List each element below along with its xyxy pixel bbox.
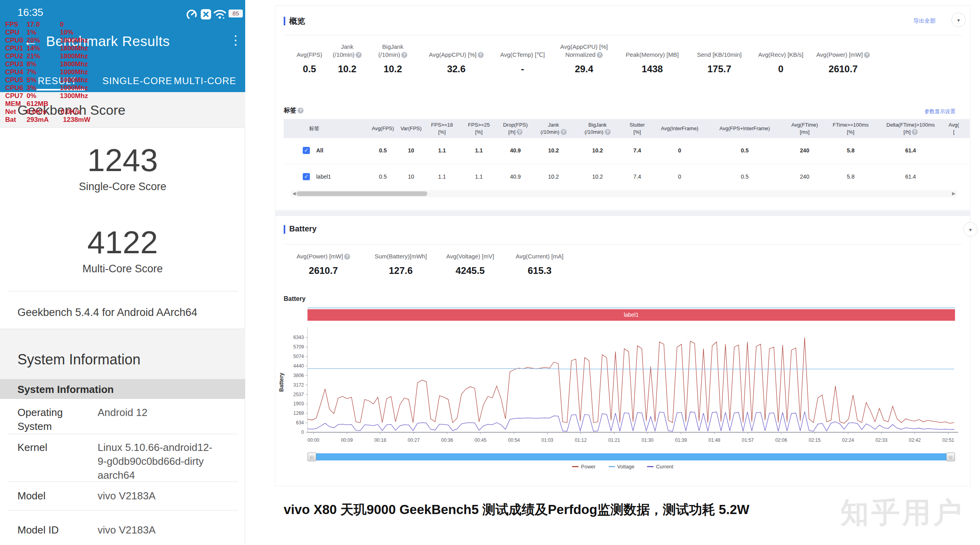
wifi-icon bbox=[213, 9, 226, 20]
battery-title: Battery bbox=[289, 224, 317, 233]
chart-range-slider[interactable]: ||| ||| bbox=[307, 453, 955, 461]
table-header-cell: FPS>=25[%] bbox=[468, 121, 490, 136]
table-cell: 10.2 bbox=[592, 147, 603, 154]
table-cell: 1.1 bbox=[475, 147, 482, 154]
slider-track[interactable] bbox=[311, 453, 951, 460]
help-icon[interactable]: ? bbox=[402, 52, 407, 58]
perf-overlay-line: CPU221%1800Mhz bbox=[5, 52, 90, 60]
perf-overlay-line: CPU70%1300Mhz bbox=[5, 92, 90, 100]
svg-text:01:48: 01:48 bbox=[709, 437, 721, 443]
scroll-right-icon[interactable]: ▶ bbox=[952, 191, 955, 196]
svg-text:01:39: 01:39 bbox=[675, 437, 687, 443]
table-header-cell: Var(FPS) bbox=[400, 121, 421, 132]
slider-left-handle[interactable]: ||| bbox=[307, 453, 316, 461]
help-icon[interactable]: ? bbox=[605, 129, 611, 135]
no-sim-icon bbox=[200, 9, 211, 20]
legend-current[interactable]: Current bbox=[647, 464, 673, 470]
divider bbox=[284, 35, 962, 35]
table-cell: 10 bbox=[408, 147, 414, 154]
svg-text:00:36: 00:36 bbox=[441, 437, 453, 443]
model-id-value: vivo V2183A bbox=[98, 523, 240, 537]
legend-voltage[interactable]: Voltage bbox=[609, 464, 634, 470]
kernel-label: Kernel bbox=[17, 441, 97, 454]
tab-single-core[interactable]: SINGLE-CORE bbox=[102, 75, 172, 87]
svg-text:02:06: 02:06 bbox=[775, 437, 787, 443]
overview-stat: Send [KB/10min]175.7 bbox=[697, 43, 742, 75]
overview-title: 概览 bbox=[289, 16, 305, 27]
help-icon[interactable]: ? bbox=[298, 108, 304, 114]
help-icon[interactable]: ? bbox=[597, 52, 603, 58]
svg-text:5709: 5709 bbox=[293, 344, 304, 350]
svg-text:1269: 1269 bbox=[293, 410, 304, 416]
labels-title: 标签? bbox=[284, 106, 304, 115]
perf-overlay-line: Bat293mA1238mW bbox=[5, 116, 90, 124]
overview-stat: Avg(Power) [mW]?2610.7 bbox=[816, 43, 870, 75]
svg-text:1903: 1903 bbox=[293, 401, 304, 406]
perf-overlay-line: CPU55%1000Mhz bbox=[5, 76, 90, 84]
parameter-display-settings-link[interactable]: 参数显示设置 bbox=[924, 108, 955, 115]
overview-accent-bar bbox=[284, 17, 285, 25]
perf-overlay-line: MEM612MB bbox=[5, 100, 90, 108]
help-icon[interactable]: ? bbox=[561, 129, 567, 135]
table-cell: 1.1 bbox=[438, 173, 446, 180]
row-label1-checkbox[interactable]: ✓ bbox=[303, 173, 310, 180]
help-icon[interactable]: ? bbox=[356, 52, 362, 58]
perf-overlay-line: CPU020%1800Mhz bbox=[5, 37, 90, 44]
multi-core-score-label: Multi-Core Score bbox=[0, 263, 245, 275]
overview-stat: Avg(CTemp) [℃]- bbox=[500, 43, 545, 75]
help-icon[interactable]: ? bbox=[478, 52, 484, 58]
table-cell: 10 bbox=[408, 173, 414, 180]
table-cell: 0.5 bbox=[379, 173, 386, 180]
svg-text:0: 0 bbox=[301, 429, 304, 435]
battery-chart-label: Battery bbox=[284, 295, 306, 302]
legend-power[interactable]: Power bbox=[572, 464, 596, 470]
scroll-left-icon[interactable]: ◀ bbox=[292, 191, 296, 196]
svg-text:02:42: 02:42 bbox=[909, 437, 921, 443]
system-information-band: System Information bbox=[0, 329, 245, 379]
svg-text:2537: 2537 bbox=[293, 392, 304, 397]
perf-overlay-line: CPU38%1800Mhz bbox=[5, 60, 90, 68]
help-icon[interactable]: ? bbox=[517, 129, 523, 135]
table-header-cell: Avg([ bbox=[949, 121, 959, 136]
table-header-cell: Delta(FTime)>100ms[/h]? bbox=[886, 121, 935, 136]
svg-text:634: 634 bbox=[296, 420, 304, 426]
row-all-checkbox[interactable]: ✓ bbox=[303, 147, 310, 154]
overview-stat: Jank(/10min)?10.2 bbox=[332, 43, 361, 75]
perf-overlay-line: Net0.0K/s0.0K/s bbox=[5, 108, 90, 116]
table-cell: 0.5 bbox=[379, 147, 386, 154]
table-header-cell: Drop(FPS)[/h]? bbox=[503, 121, 528, 136]
kernel-value: Linux 5.10.66-android12-9-g0db90c0bd66d-… bbox=[98, 441, 240, 482]
svg-text:00:18: 00:18 bbox=[374, 437, 386, 443]
perf-overlay-line: CPU47%1000Mhz bbox=[5, 68, 90, 76]
help-icon[interactable]: ? bbox=[344, 254, 350, 260]
system-information-title: System Information bbox=[17, 351, 140, 368]
table-cell: 7.4 bbox=[633, 147, 641, 154]
label-lane-border bbox=[307, 307, 955, 308]
overflow-menu-icon[interactable]: ⋮ bbox=[229, 33, 242, 48]
series-current bbox=[307, 412, 954, 431]
help-icon[interactable]: ? bbox=[864, 52, 870, 58]
help-icon[interactable]: ? bbox=[912, 129, 918, 135]
geekbench-version: Geekbench 5.4.4 for Android AArch64 bbox=[17, 306, 197, 319]
table-cell: 1.1 bbox=[475, 173, 482, 180]
battery-collapse-button[interactable]: ▼ bbox=[963, 222, 978, 237]
divider bbox=[284, 164, 970, 164]
slider-right-handle[interactable]: ||| bbox=[946, 453, 955, 461]
svg-text:00:00: 00:00 bbox=[307, 437, 319, 443]
scrollbar-thumb[interactable] bbox=[296, 191, 427, 196]
table-cell: 1.1 bbox=[438, 147, 446, 154]
tab-multi-core[interactable]: MULTI-CORE bbox=[174, 75, 236, 87]
svg-text:5074: 5074 bbox=[293, 354, 304, 359]
table-cell: 40.9 bbox=[510, 147, 521, 154]
overview-stat: BigJank(/10min)?10.2 bbox=[378, 43, 407, 75]
table-cell: 61.4 bbox=[905, 147, 916, 154]
table-cell: 61.4 bbox=[905, 173, 916, 180]
table-header-cell: Stutter[%] bbox=[630, 121, 645, 136]
overview-collapse-button[interactable]: ▼ bbox=[951, 13, 966, 27]
svg-text:01:30: 01:30 bbox=[642, 437, 653, 443]
svg-text:4440: 4440 bbox=[293, 363, 304, 369]
table-header-cell: Avg(FPS+InterFrame) bbox=[719, 121, 770, 132]
svg-text:02:24: 02:24 bbox=[842, 437, 854, 443]
export-all-link[interactable]: 导出全部 bbox=[913, 17, 936, 25]
table-horizontal-scrollbar[interactable]: ◀ ▶ bbox=[291, 190, 957, 197]
